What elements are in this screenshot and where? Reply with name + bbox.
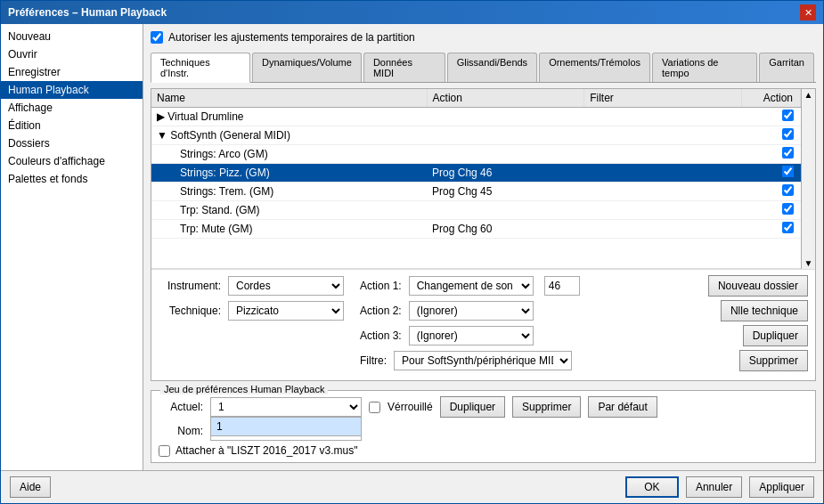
attacher-label: Attacher à "LISZT 2016_2017 v3.mus" xyxy=(175,444,357,457)
tab-ornements[interactable]: Ornements/Trémolos xyxy=(539,53,650,82)
row-checkbox[interactable] xyxy=(782,166,794,177)
action2-select[interactable]: (Ignorer) xyxy=(409,301,534,321)
row-checkbox[interactable] xyxy=(782,147,794,159)
sidebar-item-dossiers[interactable]: Dossiers xyxy=(1,134,143,152)
window-title: Préférences – Human Playback xyxy=(8,6,167,19)
row-filter xyxy=(584,164,742,183)
table-row[interactable]: Trp: Mute (GM) Prog Chg 60 xyxy=(151,220,801,239)
row-name: Strings: Pizz. (GM) xyxy=(151,164,427,183)
technique-select[interactable]: Pizzicato xyxy=(228,301,344,321)
tab-glissandi[interactable]: Glissandi/Bends xyxy=(447,53,538,82)
filtre-row: Filtre: Pour SoftSynth/périphérique MID … xyxy=(159,350,808,371)
tab-midi[interactable]: Données MIDI xyxy=(363,53,445,82)
action3-select[interactable]: (Ignorer) xyxy=(409,326,534,345)
title-bar: Préférences – Human Playback ✕ xyxy=(1,1,823,24)
row-check-cell xyxy=(741,164,800,183)
sidebar-item-ouvrir[interactable]: Ouvrir xyxy=(1,45,143,63)
ok-button[interactable]: OK xyxy=(625,476,679,498)
tab-panel: Name Action Filter Action ▶ Virtual Drum… xyxy=(151,88,816,381)
row-checkbox[interactable] xyxy=(782,222,794,233)
attacher-row: Attacher à "LISZT 2016_2017 v3.mus" xyxy=(159,444,808,457)
jeu-section: Jeu de préférences Human Playback Actuel… xyxy=(151,390,816,463)
table-row[interactable]: ▶ Virtual Drumline xyxy=(151,108,801,126)
actuel-label: Actuel: xyxy=(159,401,203,413)
row-checkbox[interactable] xyxy=(782,110,794,121)
row-name: Strings: Arco (GM) xyxy=(151,145,427,164)
scroll-up-arrow[interactable]: ▲ xyxy=(804,90,813,100)
sidebar: Nouveau Ouvrir Enregistrer Human Playbac… xyxy=(1,24,143,470)
par-defaut-button[interactable]: Par défaut xyxy=(588,396,657,418)
actuel-dropdown: 1 xyxy=(210,417,362,436)
action1-label: Action 1: xyxy=(360,280,402,292)
row-filter xyxy=(584,145,742,164)
scroll-down-arrow[interactable]: ▼ xyxy=(804,258,813,268)
supprimer-button[interactable]: Supprimer xyxy=(739,350,808,371)
instrument-label: Instrument: xyxy=(159,280,221,292)
sidebar-item-couleurs[interactable]: Couleurs d'affichage xyxy=(1,152,143,170)
sidebar-item-nouveau[interactable]: Nouveau xyxy=(1,28,143,45)
sidebar-item-palettes[interactable]: Palettes et fonds xyxy=(1,170,143,188)
dupliquer-jeu-button[interactable]: Dupliquer xyxy=(440,396,505,418)
nlle-technique-button[interactable]: Nlle technique xyxy=(721,300,808,321)
row-checkbox[interactable] xyxy=(782,184,794,196)
supprimer-jeu-button[interactable]: Supprimer xyxy=(512,396,581,418)
action1-select[interactable]: Changement de son xyxy=(409,276,534,296)
actuel-select[interactable]: 1 xyxy=(210,397,362,417)
table-row[interactable]: Strings: Trem. (GM) Prog Chg 45 xyxy=(151,183,801,201)
attacher-checkbox[interactable] xyxy=(159,445,170,457)
col-name: Name xyxy=(151,89,427,108)
row-check-cell xyxy=(741,183,800,201)
sidebar-item-human-playback[interactable]: Human Playback xyxy=(1,81,143,99)
row-name: Strings: Trem. (GM) xyxy=(151,183,427,201)
filtre-label: Filtre: xyxy=(360,354,387,367)
checkbox-auto[interactable] xyxy=(151,31,163,44)
technique-row: Technique: Pizzicato Action 2: (Ignorer)… xyxy=(159,300,808,321)
row-filter xyxy=(584,220,742,239)
filtre-select[interactable]: Pour SoftSynth/périphérique MID xyxy=(394,351,572,370)
row-name: ▶ Virtual Drumline xyxy=(151,108,427,126)
checkbox-auto-row: Autoriser les ajustements temporaires de… xyxy=(151,31,816,44)
table-row[interactable]: Trp: Stand. (GM) xyxy=(151,201,801,220)
row-checkbox[interactable] xyxy=(782,203,794,215)
tab-garritan[interactable]: Garritan xyxy=(759,53,814,82)
row-check-cell xyxy=(741,220,800,239)
dropdown-item[interactable]: 1 xyxy=(211,418,361,435)
row-checkbox[interactable] xyxy=(782,128,794,140)
row-filter xyxy=(584,201,742,220)
scrollbar[interactable]: ▲ ▼ xyxy=(801,89,815,269)
table-row[interactable]: ▼ SoftSynth (General MIDI) xyxy=(151,126,801,145)
aide-button[interactable]: Aide xyxy=(10,476,51,498)
table-row[interactable]: Strings: Pizz. (GM) Prog Chg 46 xyxy=(151,164,801,183)
tab-variations[interactable]: Variations de tempo xyxy=(652,53,757,82)
window: Préférences – Human Playback ✕ Nouveau O… xyxy=(0,0,824,504)
bottom-bar: Aide OK Annuler Appliquer xyxy=(1,470,823,503)
main-area: Autoriser les ajustements temporaires de… xyxy=(143,24,823,470)
annuler-button[interactable]: Annuler xyxy=(686,476,742,498)
row-check-cell xyxy=(741,201,800,220)
tab-dynamiques[interactable]: Dynamiques/Volume xyxy=(252,53,362,82)
sidebar-item-enregistrer[interactable]: Enregistrer xyxy=(1,63,143,81)
action1-num-input[interactable] xyxy=(544,276,580,296)
instrument-select[interactable]: Cordes xyxy=(228,276,344,296)
sidebar-item-affichage[interactable]: Affichage xyxy=(1,99,143,117)
form-section: Instrument: Cordes Action 1: Changement … xyxy=(151,269,815,380)
table-row[interactable]: Strings: Arco (GM) xyxy=(151,145,801,164)
jeu-legend: Jeu de préférences Human Playback xyxy=(160,384,328,394)
nouveau-dossier-button[interactable]: Nouveau dossier xyxy=(708,275,808,297)
appliquer-button[interactable]: Appliquer xyxy=(749,476,814,498)
row-action xyxy=(427,145,584,164)
row-check-cell xyxy=(741,126,800,145)
sidebar-item-edition[interactable]: Édition xyxy=(1,117,143,134)
technique-label: Technique: xyxy=(159,305,221,317)
verrouille-checkbox[interactable] xyxy=(369,402,380,413)
close-button[interactable]: ✕ xyxy=(800,4,816,20)
tab-techniques[interactable]: Techniques d'Instr. xyxy=(151,53,250,83)
action2-label: Action 2: xyxy=(360,305,402,317)
row-filter xyxy=(584,108,742,126)
col-filter: Filter xyxy=(584,89,742,108)
checkbox-auto-label: Autoriser les ajustements temporaires de… xyxy=(168,31,415,44)
row-filter xyxy=(584,126,742,145)
table-container: Name Action Filter Action ▶ Virtual Drum… xyxy=(151,89,801,269)
dupliquer-button[interactable]: Dupliquer xyxy=(743,325,808,346)
row-action xyxy=(427,201,584,220)
